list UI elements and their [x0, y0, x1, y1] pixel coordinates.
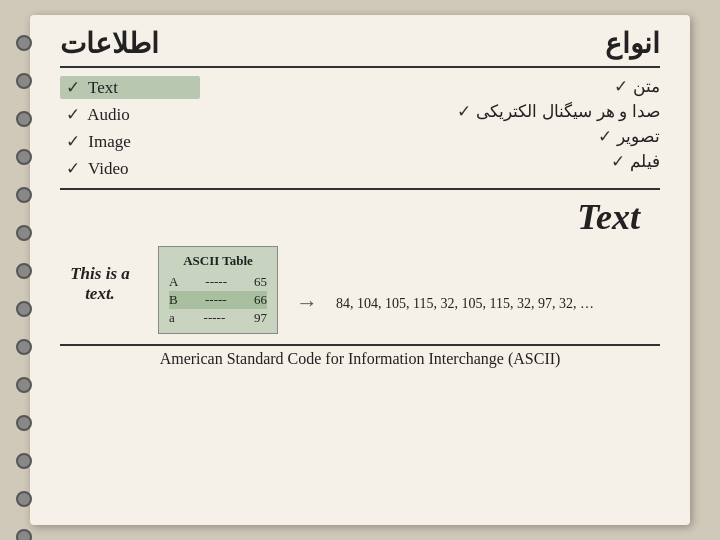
checkmark-icon: ✓ [614, 77, 628, 96]
list-item-text: ✓ Text [60, 76, 200, 99]
checkmark-icon: ✓ [66, 105, 80, 124]
list-item-audio: ✓ Audio [60, 103, 200, 126]
bottom-divider [60, 344, 660, 346]
notebook: اطلاعات انواع ✓ Text ✓ Audio ✓ Image [30, 15, 690, 525]
list-item-image: ✓ Image [60, 130, 200, 153]
checkmark-icon: ✓ [457, 102, 471, 121]
spiral-ring [16, 491, 32, 507]
right-item-film: فیلم ✓ [453, 151, 660, 172]
ascii-row-a: a ----- 97 [169, 309, 267, 327]
ascii-char-B: B [169, 292, 178, 308]
header-divider [60, 66, 660, 68]
spiral-ring [16, 453, 32, 469]
ascii-output: 84, 104, 105, 115, 32, 105, 115, 32, 97,… [336, 296, 594, 312]
bottom-label: American Standard Code for Information I… [60, 350, 660, 368]
spiral-ring [16, 187, 32, 203]
checkmark-icon: ✓ [611, 152, 625, 171]
item-label-audio: Audio [87, 105, 130, 124]
spiral-ring [16, 73, 32, 89]
checkmark-icon: ✓ [66, 78, 80, 97]
item-label-image: Image [88, 132, 130, 151]
ascii-row-B: B ----- 66 [169, 291, 267, 309]
right-item-tasvir: تصویر ✓ [453, 126, 660, 147]
spiral-ring [16, 301, 32, 317]
ascii-value-a: 97 [254, 310, 267, 326]
checkmark-icon: ✓ [598, 127, 612, 146]
right-item-label-seda: صدا و هر سیگنال الکتریکی [476, 102, 660, 121]
right-item-label-film: فیلم [630, 152, 660, 171]
item-label-video: Video [88, 159, 129, 178]
right-column: متن ✓ صدا و هر سیگنال الکتریکی ✓ تصویر ✓… [453, 76, 660, 180]
right-item-label-tasvir: تصویر [617, 127, 660, 146]
ascii-char-a: a [169, 310, 175, 326]
ascii-section: This is atext. ASCII Table A ----- 65 B … [60, 246, 660, 334]
header-left-title: اطلاعات [60, 27, 159, 60]
spiral-ring [16, 263, 32, 279]
spiral-ring [16, 225, 32, 241]
ascii-dashes-B: ----- [205, 292, 227, 308]
ascii-dashes-A: ----- [205, 274, 227, 290]
spiral-ring [16, 35, 32, 51]
spiral-ring [16, 111, 32, 127]
checkmark-icon: ✓ [66, 159, 80, 178]
ascii-row-A: A ----- 65 [169, 273, 267, 291]
spiral-ring [16, 339, 32, 355]
left-column: ✓ Text ✓ Audio ✓ Image ✓ Video [60, 76, 200, 180]
spiral-ring [16, 149, 32, 165]
right-item-label-matn: متن [633, 77, 660, 96]
ascii-dashes-a: ----- [204, 310, 226, 326]
section-divider [60, 188, 660, 190]
spiral-binding [16, 35, 32, 540]
text-label-row: Text [60, 196, 660, 238]
ascii-table-box: ASCII Table A ----- 65 B ----- 66 a ----… [158, 246, 278, 334]
right-item-matn: متن ✓ [453, 76, 660, 97]
header-right-title: انواع [605, 27, 660, 60]
main-section: ✓ Text ✓ Audio ✓ Image ✓ Video [60, 76, 660, 180]
this-is-text-label: This is atext. [60, 264, 140, 304]
list-item-video: ✓ Video [60, 157, 200, 180]
spiral-ring [16, 529, 32, 540]
spiral-ring [16, 415, 32, 431]
text-big-label: Text [577, 196, 640, 238]
ascii-value-A: 65 [254, 274, 267, 290]
checkmark-icon: ✓ [66, 132, 80, 151]
right-item-seda: صدا و هر سیگنال الکتریکی ✓ [453, 101, 660, 122]
spiral-ring [16, 377, 32, 393]
ascii-table-title: ASCII Table [169, 253, 267, 269]
arrow-right-icon: → [296, 290, 318, 316]
ascii-char-A: A [169, 274, 178, 290]
header-row: اطلاعات انواع [60, 27, 660, 60]
main-content: اطلاعات انواع ✓ Text ✓ Audio ✓ Image [30, 15, 690, 525]
item-label-text: Text [88, 78, 118, 97]
ascii-value-B: 66 [254, 292, 267, 308]
